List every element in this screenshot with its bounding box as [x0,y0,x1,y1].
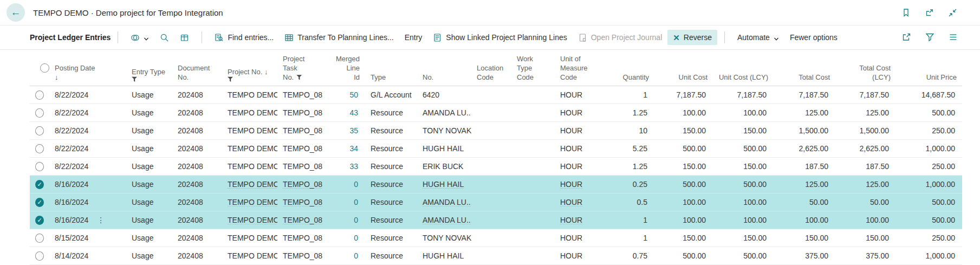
cell-unit_price[interactable]: 500.00 [896,216,962,224]
cell-unit_cost_lcy[interactable]: 100.00 [713,198,774,206]
show-linked-button[interactable]: Show Linked Project Planning Lines [427,30,572,46]
cell-entry_type[interactable]: Usage [126,144,172,153]
cell-quantity[interactable]: 0.5 [607,198,654,206]
cell-total_cost_lcy[interactable]: 187.50 [835,162,896,171]
cell-total_cost[interactable]: 125.00 [774,108,835,117]
column-header-document_no[interactable]: DocumentNo. [172,54,222,86]
cell-merged_line_id[interactable]: 0 [325,180,365,189]
cell-document_no[interactable]: 202408 [172,144,222,153]
column-header-unit_cost[interactable]: Unit Cost [654,54,713,86]
column-header-entry_type[interactable]: Entry Type [126,54,172,86]
cell-document_no[interactable]: 202408 [172,126,222,135]
cell-total_cost[interactable]: 1,500.00 [774,126,835,135]
cell-document_no[interactable]: 202408 [172,180,222,189]
cell-document_no[interactable]: 202408 [172,108,222,117]
bookmark-icon[interactable] [901,8,911,17]
cell-type[interactable]: Resource [365,162,417,171]
cell-project_task_no[interactable]: TEMPO_08 [277,144,325,153]
cell-uom[interactable]: HOUR [555,108,607,117]
cell-quantity[interactable]: 0.75 [607,251,654,260]
cell-total_cost[interactable]: 375.00 [774,251,835,260]
cell-unit_cost_lcy[interactable]: 150.00 [713,162,774,171]
cell-unit_cost[interactable]: 500.00 [654,180,713,189]
column-header-no[interactable]: No. [417,54,471,86]
cell-project_task_no[interactable]: TEMPO_08 [277,108,325,117]
cell-total_cost_lcy[interactable]: 375.00 [835,251,896,260]
cell-uom[interactable]: HOUR [555,251,607,260]
row-checkbox[interactable] [30,234,49,243]
focus-mode-button[interactable] [174,30,194,46]
cell-document_no[interactable]: 202408 [172,198,222,206]
cell-unit_price[interactable]: 500.00 [896,108,962,117]
cell-project_no[interactable]: TEMPO DEMO [222,162,277,171]
table-row[interactable]: ✓8/16/2024Usage202408TEMPO DEMOTEMPO_080… [30,193,962,211]
automate-button[interactable]: Automate [732,30,784,45]
cell-document_no[interactable]: 202408 [172,234,222,242]
column-header-project_task_no[interactable]: Project TaskNo. [277,54,325,86]
cell-project_no[interactable]: TEMPO DEMO [222,126,277,135]
cell-uom[interactable]: HOUR [555,162,607,171]
cell-entry_type[interactable]: Usage [126,126,172,135]
cell-entry_type[interactable]: Usage [126,234,172,242]
cell-quantity[interactable]: 1 [607,234,654,242]
cell-entry_type[interactable]: Usage [126,198,172,206]
cell-unit_cost_lcy[interactable]: 7,187.50 [713,91,774,99]
cell-unit_price[interactable]: 1,000.00 [896,251,962,260]
transfer-to-planning-lines-button[interactable]: Transfer To Planning Lines... [279,30,399,46]
cell-unit_price[interactable]: 250.00 [896,234,962,242]
cell-project_no[interactable]: TEMPO DEMO [222,108,277,117]
cell-unit_cost_lcy[interactable]: 100.00 [713,108,774,117]
column-header-work_type_code[interactable]: Work TypeCode [511,54,555,86]
cell-quantity[interactable]: 5.25 [607,144,654,153]
cell-no[interactable]: HUGH HAIL [417,180,471,189]
cell-project_no[interactable]: TEMPO DEMO [222,234,277,242]
cell-quantity[interactable]: 10 [607,126,654,135]
cell-merged_line_id[interactable]: 0 [325,251,365,260]
cell-type[interactable]: Resource [365,216,417,224]
cell-unit_cost[interactable]: 7,187.50 [654,91,713,99]
cell-document_no[interactable]: 202408 [172,91,222,99]
cell-entry_type[interactable]: Usage [126,216,172,224]
cell-no[interactable]: HUGH HAIL [417,251,471,260]
cell-posting_date[interactable]: 8/15/2024 [49,234,126,242]
cell-unit_price[interactable]: 1,000.00 [896,144,962,153]
cell-type[interactable]: Resource [365,198,417,206]
cell-quantity[interactable]: 0.25 [607,180,654,189]
column-header-project_no[interactable]: Project No. ↓ [222,54,277,86]
row-checkbox[interactable] [30,251,49,261]
cell-project_task_no[interactable]: TEMPO_08 [277,180,325,189]
cell-posting_date[interactable]: 8/16/2024 [49,198,126,206]
open-project-journal-button[interactable]: Open Project Journal [573,30,668,46]
cell-project_no[interactable]: TEMPO DEMO [222,91,277,99]
cell-no[interactable]: AMANDA LU... [417,216,471,224]
cell-unit_cost[interactable]: 150.00 [654,234,713,242]
cell-total_cost_lcy[interactable]: 125.00 [835,108,896,117]
cell-total_cost_lcy[interactable]: 150.00 [835,234,896,242]
cell-no[interactable]: 6420 [417,91,471,99]
column-header-total_cost_lcy[interactable]: Total Cost (LCY) [835,54,896,86]
cell-no[interactable]: ERIK BUCK [417,162,471,171]
cell-entry_type[interactable]: Usage [126,91,172,99]
collapse-icon[interactable] [948,8,957,17]
cell-total_cost[interactable]: 187.50 [774,162,835,171]
cell-unit_cost[interactable]: 100.00 [654,216,713,224]
back-button[interactable]: ← [7,3,25,22]
cell-project_task_no[interactable]: TEMPO_08 [277,251,325,260]
cell-type[interactable]: Resource [365,126,417,135]
cell-document_no[interactable]: 202408 [172,162,222,171]
table-row[interactable]: 8/22/2024Usage202408TEMPO DEMOTEMPO_0850… [30,86,962,104]
cell-no[interactable]: AMANDA LU... [417,108,471,117]
cell-unit_cost_lcy[interactable]: 500.00 [713,144,774,153]
cell-entry_type[interactable]: Usage [126,108,172,117]
cell-type[interactable]: Resource [365,180,417,189]
column-header-unit_price[interactable]: Unit Price [896,54,962,86]
table-row[interactable]: 8/15/2024Usage202408TEMPO DEMOTEMPO_080R… [30,229,962,247]
cell-project_no[interactable]: TEMPO DEMO [222,251,277,260]
cell-uom[interactable]: HOUR [555,198,607,206]
row-context-menu-icon[interactable]: ⋮ [97,216,105,224]
cell-merged_line_id[interactable]: 33 [325,162,365,171]
row-checkbox[interactable] [30,162,49,171]
cell-project_no[interactable]: TEMPO DEMO [222,180,277,189]
cell-uom[interactable]: HOUR [555,234,607,242]
cell-posting_date[interactable]: 8/22/2024 [49,162,126,171]
